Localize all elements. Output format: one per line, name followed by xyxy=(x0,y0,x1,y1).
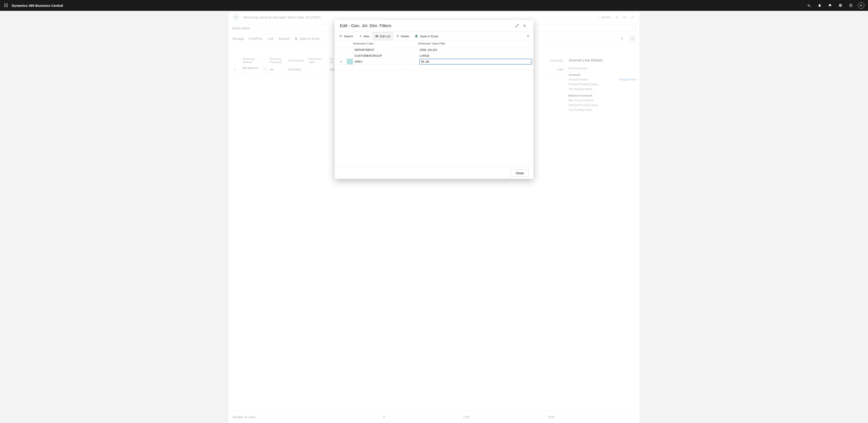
table-row[interactable]: DEPARTMENT ADM..SALES xyxy=(335,47,533,53)
svg-rect-18 xyxy=(376,37,378,37)
svg-rect-7 xyxy=(6,6,6,7)
table-row[interactable]: CUSTOMERGROUP LARGE xyxy=(335,53,533,59)
dialog-toolbar: Search New Edit List Delete Open in Exce… xyxy=(335,32,533,40)
svg-rect-1 xyxy=(6,4,6,4)
delete-button[interactable]: Delete xyxy=(393,32,412,40)
bell-icon[interactable] xyxy=(815,0,825,11)
row-indicator-icon xyxy=(335,59,347,64)
edit-list-button[interactable]: Edit List xyxy=(372,32,393,40)
svg-rect-16 xyxy=(376,35,378,36)
svg-point-15 xyxy=(340,35,341,37)
col-dimension-code[interactable]: Dimension Code xyxy=(353,42,373,45)
app-launcher-icon[interactable] xyxy=(2,0,10,11)
svg-rect-6 xyxy=(4,6,5,7)
expand-icon[interactable] xyxy=(514,22,520,29)
dialog-open-in-excel-button[interactable]: Open in Excel xyxy=(412,32,441,40)
svg-rect-2 xyxy=(7,4,8,4)
dimension-value-filter-input[interactable] xyxy=(420,59,532,64)
table-row[interactable]: AREA ··· xyxy=(335,59,533,64)
svg-rect-3 xyxy=(4,5,5,6)
col-dimension-value-filter[interactable]: Dimension Value Filter xyxy=(418,42,445,45)
close-icon[interactable] xyxy=(521,22,528,29)
close-button[interactable]: Close xyxy=(510,170,529,177)
dialog-grid: Dimension Code ↑ Dimension Value Filter … xyxy=(335,40,533,167)
app-header: Dynamics 365 Business Central IK xyxy=(0,0,868,11)
app-title: Dynamics 365 Business Central xyxy=(12,4,63,7)
svg-rect-5 xyxy=(7,5,8,6)
svg-rect-20 xyxy=(417,35,418,37)
table-row[interactable] xyxy=(335,64,533,70)
dialog-title: Edit - Gen. Jnl. Dim. Filters xyxy=(340,23,391,28)
search-button[interactable]: Search xyxy=(336,32,356,40)
avatar[interactable]: IK xyxy=(858,2,864,8)
svg-rect-17 xyxy=(376,36,378,36)
help-icon[interactable] xyxy=(846,0,856,11)
flag-icon[interactable] xyxy=(825,0,835,11)
search-icon[interactable] xyxy=(804,0,814,11)
svg-rect-8 xyxy=(7,6,8,7)
more-options-icon[interactable] xyxy=(524,32,532,40)
new-button[interactable]: New xyxy=(356,32,372,40)
dimension-filters-dialog: Edit - Gen. Jnl. Dim. Filters Search New… xyxy=(335,20,533,179)
gear-icon[interactable] xyxy=(835,0,845,11)
svg-rect-0 xyxy=(4,4,5,4)
svg-rect-4 xyxy=(6,5,6,6)
assist-edit-icon[interactable]: ··· xyxy=(529,60,532,63)
modal-backdrop: Edit - Gen. Jnl. Dim. Filters Search New… xyxy=(0,11,868,423)
